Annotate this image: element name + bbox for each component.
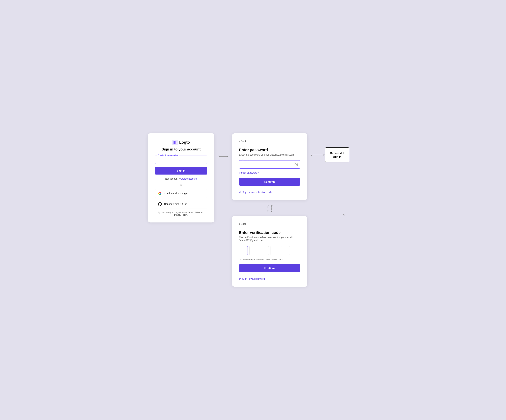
- svg-marker-10: [271, 205, 272, 207]
- code-input-1[interactable]: [239, 246, 248, 255]
- password-subtitle: Enter the password of email Jason012@gma…: [239, 153, 300, 156]
- h-connector-2-wrapper: Successful sign-in: [311, 147, 349, 163]
- switch-to-password-link[interactable]: ⇄ Sign in via password: [239, 277, 300, 280]
- or-divider: or: [155, 184, 207, 186]
- verification-title: Enter verification code: [239, 230, 300, 235]
- code-input-3[interactable]: [260, 246, 269, 255]
- github-button-label: Continue with GitHub: [164, 203, 187, 205]
- h-connector-2: [311, 153, 325, 157]
- svg-marker-15: [324, 154, 325, 156]
- code-inputs-group: [239, 246, 300, 255]
- terms-text: By continuing, you agree to the Terms of…: [155, 211, 207, 216]
- dashed-connector: [311, 163, 349, 216]
- success-box: Successful sign-in: [325, 147, 349, 163]
- svg-point-17: [343, 214, 345, 216]
- email-input[interactable]: [155, 156, 207, 164]
- logo-text: Logto: [179, 140, 190, 145]
- verification-back-link[interactable]: ‹ Back: [239, 222, 300, 225]
- password-card: ‹ Back Enter password Enter the password…: [232, 133, 307, 200]
- verification-continue-button[interactable]: Continue: [239, 264, 300, 272]
- password-input-group: Password: [239, 160, 300, 169]
- email-input-group: Email / Phone number: [155, 156, 207, 164]
- create-account-link[interactable]: Create account: [180, 177, 197, 180]
- switch-to-password-icon: ⇄: [239, 277, 241, 280]
- right-area: Successful sign-in: [311, 147, 349, 216]
- svg-point-7: [267, 205, 268, 206]
- no-account-text: Not account? Create account: [155, 177, 207, 180]
- code-input-4[interactable]: [271, 246, 279, 255]
- svg-marker-5: [227, 156, 228, 157]
- success-line1: Successful: [330, 151, 344, 155]
- continue-with-github-button[interactable]: Continue with GitHub: [155, 200, 207, 208]
- h-connector-1: [218, 154, 228, 159]
- logto-logo-icon: [172, 140, 178, 145]
- password-input[interactable]: [239, 160, 300, 169]
- toggle-password-icon[interactable]: [294, 163, 298, 167]
- signin-button[interactable]: Sign in: [155, 167, 207, 175]
- switch-icon: ⇄: [239, 190, 241, 194]
- github-icon: [158, 202, 162, 206]
- code-input-5[interactable]: [281, 246, 290, 255]
- google-button-label: Continue with Google: [164, 192, 187, 195]
- switch-to-verification-link[interactable]: ⇄ Sign in via verification code: [239, 190, 300, 194]
- privacy-policy-link[interactable]: Privacy Policy: [174, 214, 187, 216]
- password-back-link[interactable]: ‹ Back: [239, 140, 300, 143]
- success-line2: sign-in: [330, 155, 344, 159]
- code-input-2[interactable]: [249, 246, 258, 255]
- code-input-6[interactable]: [292, 246, 300, 255]
- verification-subtitle: The verification code has been sent to y…: [239, 236, 300, 242]
- svg-point-3: [218, 156, 219, 157]
- signin-title: Sign in to your account: [155, 147, 207, 151]
- forgot-password-link[interactable]: Forgot password?: [239, 171, 300, 174]
- password-continue-button[interactable]: Continue: [239, 178, 300, 186]
- password-input-wrapper: [239, 160, 300, 169]
- terms-of-use-link[interactable]: Terms of Use: [187, 211, 200, 214]
- continue-with-google-button[interactable]: Continue with Google: [155, 189, 207, 198]
- password-title: Enter password: [239, 148, 300, 152]
- logo-area: Logto: [155, 140, 207, 145]
- dashed-v-connector: [342, 163, 346, 216]
- back-chevron-icon: ‹: [239, 140, 240, 143]
- svg-point-12: [271, 210, 272, 212]
- resend-text: Not received yet? Resend after 59 second…: [239, 258, 300, 261]
- svg-marker-9: [267, 210, 268, 211]
- verification-back-chevron-icon: ‹: [239, 222, 240, 225]
- verification-card: ‹ Back Enter verification code The verif…: [232, 216, 307, 287]
- v-connector: [232, 204, 307, 212]
- svg-rect-2: [175, 141, 176, 144]
- svg-point-13: [311, 154, 312, 156]
- google-icon: [158, 191, 162, 196]
- signin-card: Logto Sign in to your account Email / Ph…: [148, 133, 214, 223]
